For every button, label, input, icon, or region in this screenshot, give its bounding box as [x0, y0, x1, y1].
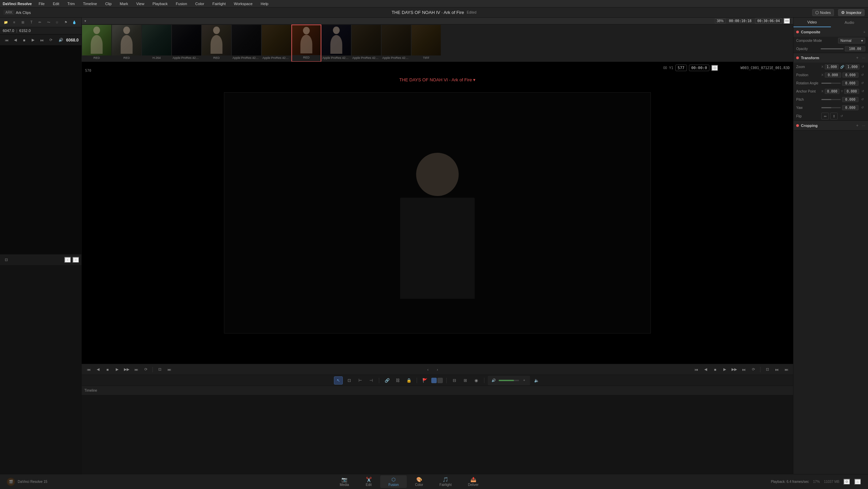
zoom-reset-button[interactable]: ↺ — [861, 64, 865, 69]
anchor-reset-button[interactable]: ↺ — [861, 88, 865, 94]
viewer-next[interactable]: ▶▶ — [123, 366, 131, 373]
options-button[interactable]: ••• — [784, 18, 790, 24]
nav-item-fusion[interactable]: ⬡Fusion — [380, 475, 407, 488]
text-view-button[interactable]: T — [28, 19, 35, 26]
grid-view-button[interactable]: ⊞ — [19, 19, 26, 26]
zoom-y-value[interactable]: 1.000 — [846, 64, 859, 69]
pitch-value[interactable]: 0.000 — [842, 97, 858, 102]
home-icon[interactable]: ⌂ — [854, 479, 861, 485]
position-reset-button[interactable]: ↺ — [860, 72, 865, 78]
opacity-slider[interactable] — [821, 48, 844, 49]
thumbnail-item-4[interactable]: Apple ProRes 422 LT — [172, 25, 202, 62]
lock-tool[interactable]: 🔒 — [404, 376, 413, 385]
nav-item-edit[interactable]: ✂️Edit — [357, 475, 380, 488]
left-arrow-button[interactable]: ‹ — [64, 257, 71, 263]
viewer-fullscreen[interactable]: ⊡ — [156, 366, 164, 373]
viewer-stop[interactable]: ■ — [103, 366, 112, 373]
timeline-next[interactable]: ▶▶ — [730, 366, 738, 373]
clip-tool[interactable]: ⊡ — [345, 376, 354, 385]
tab-video[interactable]: Video — [793, 18, 831, 27]
viewer-prev[interactable]: ◀ — [94, 366, 102, 373]
marker-tool[interactable]: ◉ — [472, 376, 481, 385]
settings-gear-icon[interactable]: ⚙ — [843, 479, 850, 485]
rotation-slider[interactable] — [821, 83, 841, 84]
yaw-reset-button[interactable]: ↺ — [860, 105, 865, 110]
timeline-play[interactable]: ▶ — [721, 366, 729, 373]
list-view-button[interactable]: ≡ — [11, 19, 18, 26]
goto-start-button[interactable]: ⏮ — [3, 36, 10, 44]
wave-button[interactable]: 〜 — [45, 19, 52, 26]
zoom-x-value[interactable]: 1.000 — [825, 64, 839, 69]
composite-mode-select[interactable]: Normal ▾ — [838, 38, 865, 44]
audio-monitor-button[interactable]: 🔊 — [57, 36, 65, 44]
menu-trim[interactable]: Trim — [66, 1, 76, 6]
timeline-fullscreen[interactable]: ⊡ — [763, 366, 771, 373]
thumbnail-item-9[interactable]: Apple ProRes 422 HQ — [321, 25, 351, 62]
nav-item-fairlight[interactable]: 🎵Fairlight — [431, 475, 460, 488]
cropping-section-header[interactable]: Cropping + ⋯ — [793, 121, 868, 130]
thumbnail-item-2[interactable]: RED — [112, 25, 142, 62]
prog-btn-right[interactable]: › — [433, 366, 441, 373]
menu-view[interactable]: View — [135, 1, 146, 6]
menu-help[interactable]: Help — [259, 1, 270, 6]
audio-vol-btn[interactable]: 🔊 — [489, 376, 498, 385]
menu-file[interactable]: File — [37, 1, 46, 6]
chain-tool[interactable]: ⛓ — [393, 376, 402, 385]
new-bin-button[interactable]: 📁 — [2, 19, 9, 26]
bin-prefix[interactable]: ARK — [3, 10, 15, 15]
thumbnail-item-7[interactable]: Apple ProRes 422 HQ — [261, 25, 291, 62]
position-y-value[interactable]: 0.000 — [842, 72, 859, 78]
nav-item-deliver[interactable]: 📤Deliver — [460, 475, 487, 488]
menu-timeline[interactable]: Timeline — [82, 1, 98, 6]
timeline-stop[interactable]: ■ — [711, 366, 719, 373]
insert-tool[interactable]: ⊣ — [367, 376, 375, 385]
audio-plus-btn[interactable]: + — [520, 376, 529, 385]
rotation-reset-button[interactable]: ↺ — [860, 80, 865, 86]
window-button[interactable]: ⊡ — [2, 256, 10, 264]
menu-edit[interactable]: Edit — [51, 1, 61, 6]
timeline-loop[interactable]: ⟳ — [749, 366, 757, 373]
viewer-loop[interactable]: ⟳ — [142, 366, 150, 373]
timeline-end2[interactable]: ⏭ — [782, 366, 790, 373]
color-swatch[interactable] — [431, 378, 437, 383]
right-arrow-button[interactable]: › — [73, 257, 79, 263]
viewer-goto-start[interactable]: ⏮ — [84, 366, 93, 373]
anchor-y-value[interactable]: 0.000 — [844, 89, 859, 94]
flag-v[interactable]: 🚩 — [420, 376, 429, 385]
flip-reset-button[interactable]: ↺ — [839, 113, 845, 119]
thumbnail-item-10[interactable]: Apple ProRes 422 HQ — [351, 25, 381, 62]
menu-workspace[interactable]: Workspace — [232, 1, 254, 6]
pitch-reset-button[interactable]: ↺ — [860, 97, 865, 102]
timeline-goto-end[interactable]: ⏭ — [740, 366, 748, 373]
thumbnail-item-11[interactable]: Apple ProRes 422 HQ — [381, 25, 411, 62]
pitch-slider[interactable] — [821, 99, 841, 100]
volume-slider[interactable] — [499, 380, 519, 381]
speakers-btn[interactable]: 🔈 — [532, 376, 541, 385]
menu-clip[interactable]: Clip — [104, 1, 113, 6]
yaw-slider[interactable] — [821, 107, 841, 108]
nav-item-color[interactable]: 🎨Color — [407, 475, 431, 488]
drop-button[interactable]: 💧 — [71, 19, 78, 26]
timeline-goto-start[interactable]: ⏮ — [692, 366, 700, 373]
tab-audio[interactable]: Audio — [831, 18, 868, 27]
stop-button[interactable]: ■ — [20, 36, 28, 44]
viewer-play[interactable]: ▶ — [113, 366, 121, 373]
trim-tool[interactable]: ⊢ — [356, 376, 365, 385]
nodes-button[interactable]: ⬡ Nodes — [812, 9, 834, 16]
thumbnail-item-6[interactable]: Apple ProRes 422 HQ — [231, 25, 261, 62]
flip-horizontal-button[interactable]: ⇔ — [821, 113, 829, 119]
thumbnail-item-5[interactable]: RED — [202, 25, 231, 62]
timeline-end[interactable]: ⏭ — [773, 366, 781, 373]
goto-end-button[interactable]: ⏭ — [38, 36, 46, 44]
viewer-goto-end[interactable]: ⏭ — [132, 366, 140, 373]
prog-btn-left[interactable]: ‹ — [424, 366, 432, 373]
zoom-chain-icon[interactable]: 🔗 — [840, 65, 844, 69]
play-button[interactable]: ▶ — [29, 36, 37, 44]
select-tool[interactable]: ↖ — [334, 376, 343, 385]
viewer-settings-icon[interactable]: ⊡ — [711, 65, 718, 71]
star-button[interactable]: ☆ — [53, 19, 61, 26]
menu-fairlight[interactable]: Fairlight — [211, 1, 227, 6]
thumbnail-item-1[interactable]: RED — [82, 25, 112, 62]
menu-color[interactable]: Color — [194, 1, 206, 6]
position-x-value[interactable]: 0.000 — [825, 72, 841, 78]
